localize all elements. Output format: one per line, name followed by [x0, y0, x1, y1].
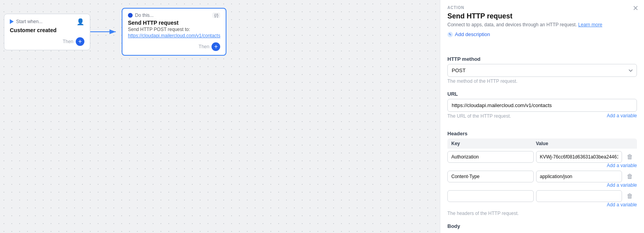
- panel-title: Send HTTP request: [447, 12, 637, 20]
- header-delete-1[interactable]: 🗑: [624, 151, 635, 162]
- action-badge: {/}: [212, 13, 220, 18]
- action-header-label: Do this...: [135, 13, 153, 18]
- header-3-add-variable[interactable]: Add a variable: [447, 202, 637, 208]
- http-method-label: HTTP method: [447, 56, 637, 62]
- header-delete-3[interactable]: 🗑: [624, 191, 635, 202]
- header-key-1[interactable]: [447, 151, 534, 163]
- action-then-row: Then +: [128, 42, 220, 51]
- action-node-title: Send HTTP request: [128, 20, 220, 26]
- right-panel: ✕ ACTION Send HTTP request Connect to ap…: [440, 0, 644, 233]
- flow-container: Start when... 👤 Customer created Then +: [4, 8, 226, 56]
- canvas-area: Start when... 👤 Customer created Then +: [0, 0, 440, 233]
- panel-section-label: ACTION: [447, 5, 637, 10]
- header-value-2[interactable]: [536, 171, 622, 182]
- person-icon: 👤: [77, 18, 84, 25]
- pencil-icon: ✎: [447, 32, 453, 37]
- http-method-select[interactable]: POST GET PUT PATCH DELETE: [447, 64, 637, 77]
- url-field-wrapper: [447, 99, 637, 112]
- body-label: Body: [447, 223, 637, 229]
- action-header-title: Do this...: [128, 13, 153, 18]
- action-node-header: Do this... {/}: [128, 13, 220, 18]
- trigger-node-header: Start when... 👤: [10, 18, 84, 25]
- headers-value-col: Value: [536, 141, 618, 146]
- trigger-add-button[interactable]: +: [76, 37, 84, 46]
- add-description-label: Add description: [455, 31, 490, 37]
- action-add-button[interactable]: +: [212, 42, 220, 51]
- learn-more-link[interactable]: Learn more: [578, 22, 602, 27]
- url-label: URL: [447, 91, 637, 97]
- headers-label: Headers: [447, 131, 637, 137]
- action-node[interactable]: Do this... {/} Send HTTP request Send HT…: [122, 8, 226, 56]
- header-delete-2[interactable]: 🗑: [624, 171, 635, 182]
- url-input[interactable]: [447, 99, 637, 112]
- header-row-2: 🗑: [447, 171, 637, 182]
- http-method-hint: The method of the HTTP request.: [447, 78, 637, 84]
- header-2-add-variable[interactable]: Add a variable: [447, 182, 637, 188]
- header-row-3: 🗑: [447, 190, 637, 202]
- play-icon: [10, 19, 14, 24]
- url-hint: The URL of the HTTP request.: [447, 113, 511, 119]
- circle-icon: [128, 13, 133, 18]
- trigger-node[interactable]: Start when... 👤 Customer created Then +: [4, 14, 90, 50]
- trigger-then-row: Then +: [10, 37, 84, 46]
- action-node-link[interactable]: https://cloudapi.mailercloud.com/v1/cont…: [128, 33, 220, 38]
- action-node-subtitle: Send HTTP POST request to:: [128, 27, 220, 32]
- panel-description: Connect to apps, data, and devices throu…: [447, 22, 637, 27]
- headers-key-col: Key: [451, 141, 534, 146]
- header-value-1[interactable]: [536, 151, 622, 163]
- add-description-button[interactable]: ✎ Add description: [447, 31, 637, 37]
- trigger-node-title: Customer created: [10, 27, 84, 33]
- headers-section: Headers Key Value 🗑 Add a variable 🗑 Add…: [447, 126, 637, 209]
- trigger-then-label: Then: [63, 39, 73, 44]
- headers-table-header: Key Value: [447, 138, 637, 149]
- close-button[interactable]: ✕: [633, 5, 639, 12]
- header-value-3[interactable]: [536, 190, 622, 202]
- header-key-2[interactable]: [447, 171, 534, 182]
- action-then-label: Then: [199, 44, 209, 49]
- header-key-3[interactable]: [447, 190, 534, 202]
- header-1-add-variable[interactable]: Add a variable: [447, 163, 637, 168]
- url-add-variable-link[interactable]: Add a variable: [607, 113, 637, 118]
- trigger-header-label: Start when...: [16, 19, 42, 24]
- headers-hint: The headers of the HTTP request.: [447, 211, 637, 216]
- flow-connector: [90, 24, 122, 40]
- header-row-1: 🗑: [447, 151, 637, 163]
- trigger-header-title: Start when...: [10, 19, 42, 24]
